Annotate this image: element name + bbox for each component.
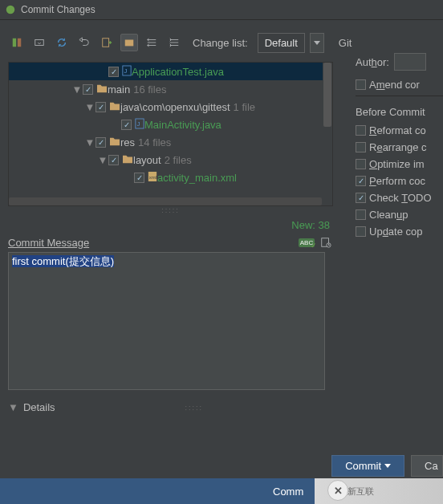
author-row: Author: [356, 53, 443, 71]
splitter-grip[interactable]: ::::: [8, 206, 333, 217]
show-diff-icon[interactable] [8, 34, 26, 51]
commit-message-label: Commit Message [8, 237, 89, 249]
tree-row[interactable]: ▼ layout2 files [9, 151, 332, 169]
svg-rect-1 [13, 39, 16, 47]
titlebar: Commit Changes [0, 0, 443, 20]
changelist-label: Change list: [193, 37, 248, 49]
file-checkbox[interactable] [96, 102, 106, 112]
option-label: Rearrange c [369, 141, 427, 153]
message-history-icon[interactable] [319, 236, 333, 249]
folder-icon [96, 83, 108, 96]
status-row: New: 38 [8, 217, 333, 233]
expand-arrow-icon[interactable]: ▼ [97, 154, 108, 166]
file-checkbox[interactable] [96, 137, 106, 148]
scrollbar-horizontal[interactable] [9, 197, 322, 205]
bottom-buttons: Commit Ca [331, 455, 443, 477]
svg-text:xml: xml [149, 174, 156, 179]
file-checkbox[interactable] [108, 155, 119, 165]
details-grip[interactable]: ::::: [55, 404, 333, 412]
author-input[interactable] [394, 53, 426, 71]
tree-row[interactable]: ▼ main16 files [9, 80, 332, 98]
option-checkbox[interactable] [356, 193, 366, 203]
option-label: Perform coc [369, 175, 425, 187]
tree-row[interactable]: xml activity_main.xml [9, 169, 332, 186]
option-label: Update cop [369, 226, 423, 238]
option-row[interactable]: Optimize im [356, 158, 443, 170]
option-label: Check TODO [369, 192, 432, 204]
folder-icon [122, 154, 133, 166]
option-row[interactable]: Reformat co [356, 124, 443, 136]
scrollbar-vertical[interactable] [323, 63, 332, 205]
option-label: Optimize im [369, 158, 425, 170]
file-name: java\com\openxu\gittest [120, 101, 230, 113]
cancel-button[interactable]: Ca [411, 455, 443, 477]
expand-arrow-icon[interactable]: ▼ [84, 101, 96, 113]
file-count: 16 files [133, 83, 166, 96]
refresh-icon[interactable] [53, 34, 71, 51]
file-name: layout [133, 154, 161, 166]
move-to-changelist-icon[interactable] [30, 34, 48, 51]
option-checkbox[interactable] [356, 176, 366, 186]
option-row[interactable]: Cleanup [356, 209, 443, 221]
amend-checkbox[interactable] [356, 79, 366, 90]
right-panel: Author: Amend cor Before Commit Reformat… [351, 48, 443, 247]
option-row[interactable]: Rearrange c [356, 141, 443, 153]
option-row[interactable]: Check TODO [356, 192, 443, 204]
file-name: MainActivity.java [144, 119, 222, 131]
tree-row[interactable]: J MainActivity.java [9, 116, 332, 133]
details-label: Details [23, 401, 55, 413]
tree-row[interactable]: ▼ java\com\openxu\gittest1 file [9, 98, 332, 116]
svg-text:J: J [137, 120, 140, 128]
expand-arrow-icon[interactable]: ▼ [84, 136, 96, 148]
file-checkbox[interactable] [121, 120, 132, 130]
java-icon: J [135, 118, 144, 132]
folder-icon [109, 101, 120, 113]
titlebar-text: Commit Changes [21, 4, 96, 15]
commit-message-textarea[interactable]: first commit(提交信息) [8, 252, 325, 390]
changelist-dropdown-arrow[interactable] [310, 33, 324, 53]
option-row[interactable]: Perform coc [356, 175, 443, 187]
commit-button[interactable]: Commit [331, 455, 404, 477]
watermark-bar: Comm [0, 478, 315, 504]
svg-point-0 [6, 6, 15, 14]
file-count: 1 file [234, 101, 255, 113]
tree-row[interactable]: ▼ res14 files [9, 133, 332, 151]
option-checkbox[interactable] [356, 159, 366, 169]
expand-all-icon[interactable] [143, 34, 161, 51]
java-icon: J [122, 65, 132, 79]
file-checkbox[interactable] [108, 67, 119, 77]
app-icon [5, 4, 16, 15]
amend-row[interactable]: Amend cor [356, 79, 443, 91]
svg-text:J: J [124, 67, 128, 75]
option-checkbox[interactable] [356, 125, 366, 136]
folder-icon [109, 136, 120, 148]
file-checkbox[interactable] [83, 84, 93, 95]
collapse-all-icon[interactable] [165, 34, 183, 51]
vcs-label: Git [339, 37, 352, 49]
file-count: 2 files [165, 154, 192, 166]
changes-tree[interactable]: J ApplicationTest.java▼ main16 files▼ ja… [8, 62, 333, 206]
option-checkbox[interactable] [356, 209, 366, 220]
details-toggle[interactable]: ▼ [8, 401, 18, 413]
xml-icon: xml [148, 171, 157, 185]
expand-arrow-icon[interactable]: ▼ [71, 83, 83, 96]
file-name: activity_main.xml [157, 172, 237, 184]
file-name: ApplicationTest.java [132, 66, 224, 78]
changelist-dropdown[interactable]: Default [258, 33, 305, 53]
tree-row[interactable]: J ApplicationTest.java [9, 63, 332, 80]
svg-rect-5 [125, 40, 134, 47]
revert-icon[interactable] [75, 34, 93, 51]
option-label: Reformat co [369, 124, 426, 136]
file-count: 14 files [138, 136, 171, 148]
group-by-directory-icon[interactable] [120, 34, 138, 51]
spellcheck-icon[interactable]: ABC✓ [299, 236, 314, 249]
new-changelist-icon[interactable] [98, 34, 116, 51]
file-checkbox[interactable] [134, 173, 144, 183]
watermark-logo: ✕ [327, 480, 348, 501]
option-checkbox[interactable] [356, 226, 366, 237]
option-checkbox[interactable] [356, 142, 366, 152]
option-row[interactable]: Update cop [356, 226, 443, 238]
svg-rect-2 [18, 39, 21, 47]
before-commit-label: Before Commit [356, 106, 443, 118]
svg-rect-3 [35, 40, 44, 46]
